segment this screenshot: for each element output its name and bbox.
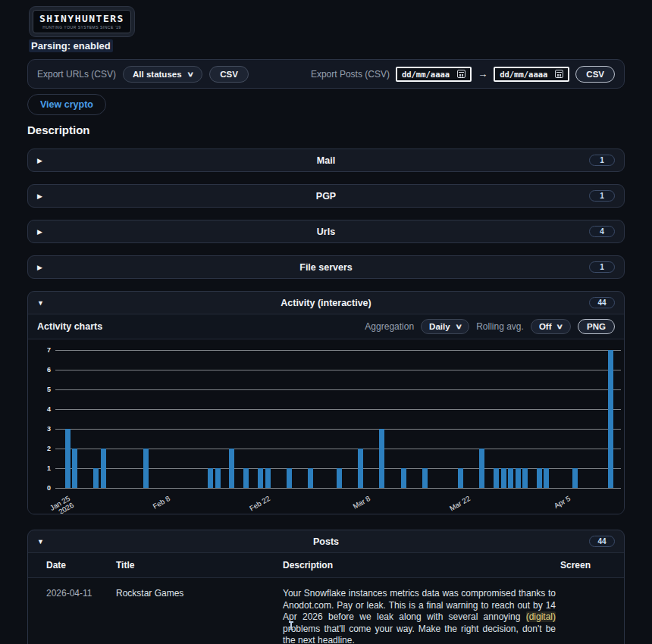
section-pgp-header[interactable]: ▶ PGP 1 [28,185,624,207]
date-from-input[interactable]: dd/mm/aaaa [396,67,472,82]
activity-bar[interactable] [379,429,384,488]
calendar-icon[interactable] [457,70,465,78]
chart-gridline [55,409,621,410]
activity-chart-toolbar: Activity charts Aggregation Daily ∨ Roll… [28,314,624,339]
chart-gridline [55,429,621,430]
x-axis-tick-label: Feb 22 [221,495,271,514]
status-filter-value: All statuses [133,70,182,79]
status-filter-select[interactable]: All statuses ∨ [123,66,202,83]
activity-bar[interactable] [572,468,578,488]
section-file-servers: ▶ File servers 1 [27,255,625,279]
x-axis-tick-label: Feb 8 [121,495,171,514]
activity-bar[interactable] [401,468,406,488]
y-axis-tick-label: 4 [28,405,51,413]
export-urls-label: Export URLs (CSV) [37,69,116,80]
post-screen-cell [560,588,615,644]
activity-bar[interactable] [72,449,77,488]
activity-bar[interactable] [258,468,263,488]
section-urls: ▶ Urls 4 [27,220,625,243]
text-cursor [290,621,292,630]
activity-bar[interactable] [544,468,549,488]
view-crypto-button[interactable]: View crypto [27,94,106,115]
section-posts-header[interactable]: ▼ Posts 44 [28,530,624,552]
png-export-button[interactable]: PNG [578,319,615,334]
activity-bar[interactable] [479,449,484,488]
date-to-input[interactable]: dd/mm/aaaa [494,67,569,82]
activity-bar[interactable] [458,468,463,488]
section-file-servers-header[interactable]: ▶ File servers 1 [28,256,624,278]
activity-bar[interactable] [243,468,249,488]
expand-arrow-icon[interactable]: ▶ [37,264,48,271]
date-to-placeholder: dd/mm/aaaa [500,70,547,79]
rolling-avg-label: Rolling avg. [476,321,524,332]
y-axis-tick-label: 1 [28,464,51,472]
activity-bar[interactable] [522,468,528,488]
site-logo[interactable]: SHINYHUNTERS HUNTING YOUR SYSTEMS SINCE … [29,6,135,37]
activity-bar[interactable] [215,468,221,488]
activity-bar-chart[interactable]: 01234567Jan 252026Feb 8Feb 22Mar 8Mar 22… [28,339,624,514]
aggregation-value: Daily [429,322,450,331]
section-urls-header[interactable]: ▶ Urls 4 [28,220,624,242]
activity-bar[interactable] [287,468,292,488]
chevron-down-icon: ∨ [187,70,194,78]
count-badge: 1 [589,190,615,202]
column-header-date: Date [37,560,116,571]
section-mail: ▶ Mail 1 [27,148,625,172]
expand-arrow-icon[interactable]: ▶ [37,157,48,164]
activity-bar[interactable] [516,468,521,488]
section-title: Posts [28,536,624,547]
logo-frame: SHINYHUNTERS HUNTING YOUR SYSTEMS SINCE … [33,10,131,33]
activity-bar[interactable] [93,468,99,488]
collapse-arrow-icon[interactable]: ▼ [37,538,48,546]
activity-bar[interactable] [101,449,106,488]
expand-arrow-icon[interactable]: ▶ [37,192,48,200]
column-header-title: Title [116,560,283,571]
activity-bar[interactable] [208,468,213,488]
activity-bar[interactable] [422,468,428,488]
expand-arrow-icon[interactable]: ▶ [37,228,48,236]
chevron-down-icon: ∨ [455,323,462,330]
chart-gridline [55,389,621,390]
rolling-avg-select[interactable]: Off ∨ [531,319,571,334]
aggregation-select[interactable]: Daily ∨ [421,319,469,334]
post-row[interactable]: 2026-04-11 Rockstar Games Your Snowflake… [28,577,624,644]
export-urls-csv-button[interactable]: CSV [209,66,249,83]
section-activity-header[interactable]: ▼ Activity (interactive) 44 [28,292,624,314]
chart-gridline [55,350,621,351]
activity-bar[interactable] [143,449,149,488]
activity-bar[interactable] [308,468,313,488]
activity-bar[interactable] [501,468,506,488]
activity-bar[interactable] [508,468,513,488]
activity-bar[interactable] [229,449,234,488]
y-axis-tick-label: 3 [28,425,51,433]
post-description-text: Your Snowflake instances metrics data wa… [283,588,556,622]
sections-list: ▶ Mail 1 ▶ PGP 1 ▶ Urls 4 ▶ Fi [27,148,625,644]
x-axis-tick-label: Jan 252026 [27,495,75,514]
export-posts-csv-button[interactable]: CSV [575,66,615,83]
y-axis-tick-label: 0 [28,484,51,492]
activity-bar[interactable] [337,468,342,488]
activity-bar[interactable] [358,449,363,488]
section-mail-header[interactable]: ▶ Mail 1 [28,149,624,171]
activity-bar[interactable] [608,350,613,488]
collapse-arrow-icon[interactable]: ▼ [37,299,48,307]
y-axis-tick-label: 2 [28,445,51,452]
activity-bar[interactable] [537,468,542,488]
aggregation-label: Aggregation [365,321,414,332]
activity-bar[interactable] [494,468,499,488]
description-heading: Description [27,123,90,136]
post-date: 2026-04-11 [37,588,116,644]
chart-gridline [55,488,621,489]
activity-bar[interactable] [265,468,271,488]
count-badge: 1 [589,261,615,273]
chart-gridline [55,449,621,449]
post-description-text: problems that'll come your way. Make the… [283,624,556,644]
calendar-icon[interactable] [555,70,563,78]
chart-gridline [55,370,621,370]
shinyhunters-page: SHINYHUNTERS HUNTING YOUR SYSTEMS SINCE … [0,0,652,644]
section-title: Mail [28,155,624,166]
x-axis-tick-label: Apr 5 [522,495,572,514]
section-activity: ▼ Activity (interactive) 44 Activity cha… [27,291,625,514]
x-axis-tick-label: Mar 22 [422,495,472,514]
activity-bar[interactable] [65,429,71,488]
